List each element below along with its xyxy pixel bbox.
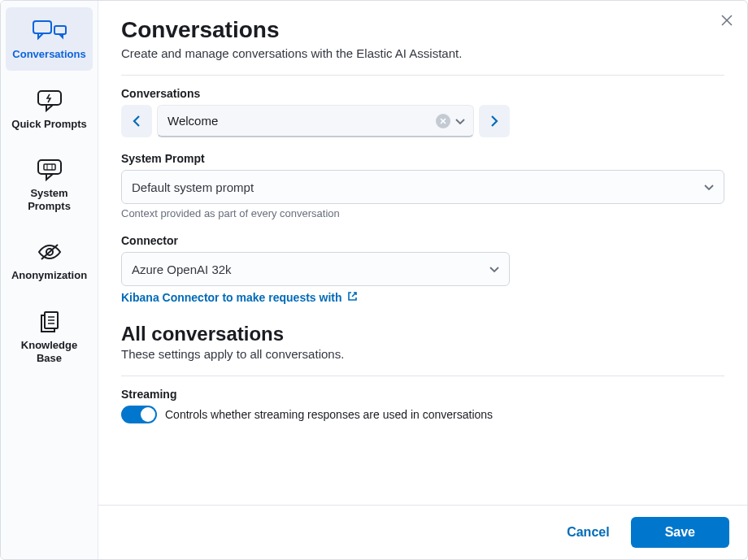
- streaming-description: Controls whether streaming responses are…: [165, 408, 493, 421]
- sidebar: Conversations Quick Prompts System Promp…: [1, 1, 98, 559]
- conversation-select-value: Welcome: [167, 114, 431, 128]
- streaming-label: Streaming: [121, 388, 724, 401]
- eye-slash-icon: [37, 240, 62, 264]
- connector-link-text: Kibana Connector to make requests with: [121, 291, 342, 304]
- prev-conversation-button[interactable]: [121, 105, 152, 137]
- divider: [121, 376, 724, 376]
- svg-rect-4: [44, 164, 55, 170]
- save-button[interactable]: Save: [631, 517, 729, 548]
- streaming-toggle[interactable]: [121, 406, 157, 423]
- nav-label: Anonymization: [11, 269, 87, 282]
- nav-label: Quick Prompts: [11, 118, 86, 131]
- divider: [121, 75, 724, 76]
- system-prompt-icon: [37, 158, 63, 182]
- system-prompt-value: Default system prompt: [132, 180, 704, 194]
- system-prompt-label: System Prompt: [121, 152, 724, 165]
- svg-rect-0: [33, 21, 51, 33]
- nav-anonymization[interactable]: Anonymization: [6, 228, 93, 292]
- conversation-select[interactable]: Welcome: [157, 105, 474, 137]
- nav-quick-prompts[interactable]: Quick Prompts: [6, 77, 93, 141]
- all-conversations-title: All conversations: [121, 323, 724, 345]
- external-link-icon: [347, 291, 358, 304]
- connector-select[interactable]: Azure OpenAI 32k: [121, 252, 510, 286]
- close-button[interactable]: [716, 9, 737, 33]
- chevron-down-icon: [704, 180, 714, 194]
- connector-label: Connector: [121, 234, 724, 247]
- nav-system-prompts[interactable]: System Prompts: [6, 146, 93, 222]
- chat-bubbles-icon: [32, 19, 67, 43]
- all-conversations-subtitle: These settings apply to all conversation…: [121, 347, 724, 361]
- conversations-label: Conversations: [121, 87, 724, 100]
- nav-label: Conversations: [12, 48, 85, 61]
- nav-knowledge-base[interactable]: Knowledge Base: [6, 298, 93, 374]
- quick-prompt-icon: [37, 89, 63, 113]
- system-prompt-select[interactable]: Default system prompt: [121, 170, 724, 204]
- next-conversation-button[interactable]: [479, 105, 510, 137]
- connector-link[interactable]: Kibana Connector to make requests with: [121, 291, 358, 304]
- system-prompt-help: Context provided as part of every conver…: [121, 207, 724, 219]
- documents-icon: [38, 310, 61, 334]
- footer: Cancel Save: [98, 505, 747, 559]
- cancel-button[interactable]: Cancel: [557, 517, 619, 548]
- clear-conversation-button[interactable]: [436, 114, 450, 128]
- page-title: Conversations: [121, 17, 724, 43]
- chevron-down-icon: [489, 262, 499, 276]
- svg-rect-1: [54, 26, 66, 34]
- svg-rect-3: [38, 160, 61, 174]
- nav-conversations[interactable]: Conversations: [6, 7, 93, 71]
- nav-label: Knowledge Base: [9, 339, 89, 364]
- connector-value: Azure OpenAI 32k: [132, 263, 489, 276]
- nav-label: System Prompts: [9, 187, 89, 212]
- page-subtitle: Create and manage conversations with the…: [121, 46, 724, 60]
- chevron-down-icon: [455, 114, 465, 128]
- main-panel: Conversations Create and manage conversa…: [98, 1, 747, 559]
